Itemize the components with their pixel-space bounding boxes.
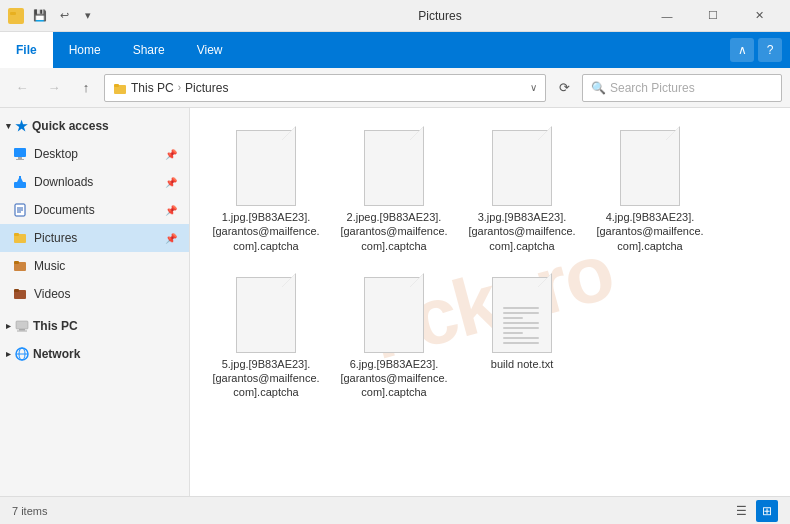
this-pc-icon <box>15 319 29 333</box>
sidebar-item-pictures-label: Pictures <box>34 231 77 245</box>
svg-rect-15 <box>14 233 19 236</box>
list-item[interactable]: 6.jpg.[9B83AE23].[garantos@mailfence.com… <box>334 267 454 406</box>
sidebar-item-videos[interactable]: Videos <box>0 280 189 308</box>
chevron-right-icon-2: ▸ <box>6 349 11 359</box>
address-dropdown-button[interactable]: ∨ <box>530 82 537 93</box>
pin-icon-pics: 📌 <box>165 233 177 244</box>
file-name: 1.jpg.[9B83AE23].[garantos@mailfence.com… <box>211 210 321 253</box>
svg-rect-21 <box>19 329 25 331</box>
list-item[interactable]: 1.jpg.[9B83AE23].[garantos@mailfence.com… <box>206 120 326 259</box>
status-item-count: 7 items <box>12 505 47 517</box>
sidebar-quickaccess-label: Quick access <box>32 119 109 133</box>
sidebar-thispc-header[interactable]: ▸ This PC <box>0 312 189 340</box>
desktop-icon <box>12 146 28 162</box>
file-area: fickcro 1.jpg.[9B83AE23].[garantos@mailf… <box>190 108 790 496</box>
list-item[interactable]: 3.jpg.[9B83AE23].[garantos@mailfence.com… <box>462 120 582 259</box>
list-item[interactable]: 2.jpeg.[9B83AE23].[garantos@mailfence.co… <box>334 120 454 259</box>
sidebar-item-desktop[interactable]: Desktop 📌 <box>0 140 189 168</box>
file-name: 3.jpg.[9B83AE23].[garantos@mailfence.com… <box>467 210 577 253</box>
maximize-button[interactable]: ☐ <box>690 0 736 32</box>
star-icon: ★ <box>15 118 28 134</box>
sidebar-item-videos-label: Videos <box>34 287 70 301</box>
file-name: 6.jpg.[9B83AE23].[garantos@mailfence.com… <box>339 357 449 400</box>
pin-icon-docs: 📌 <box>165 205 177 216</box>
file-icon <box>616 126 684 206</box>
main-area: ▾ ★ Quick access Desktop 📌 Downloads 📌 D… <box>0 108 790 496</box>
svg-rect-5 <box>18 157 22 159</box>
list-item[interactable]: build note.txt <box>462 267 582 406</box>
ribbon-collapse-button[interactable]: ∧ <box>730 38 754 62</box>
downloads-icon <box>12 174 28 190</box>
nav-up-button[interactable]: ↑ <box>72 74 100 102</box>
network-icon <box>15 347 29 361</box>
svg-rect-22 <box>17 331 27 332</box>
ribbon-help-button[interactable]: ? <box>758 38 782 62</box>
status-bar: 7 items ☰ ⊞ <box>0 496 790 524</box>
window-controls: — ☐ ✕ <box>644 0 782 32</box>
list-item[interactable]: 4.jpg.[9B83AE23].[garantos@mailfence.com… <box>590 120 710 259</box>
address-bar-row: ← → ↑ This PC › Pictures ∨ ⟳ 🔍 Search Pi… <box>0 68 790 108</box>
music-icon <box>12 258 28 274</box>
file-name: 4.jpg.[9B83AE23].[garantos@mailfence.com… <box>595 210 705 253</box>
search-placeholder: Search Pictures <box>610 81 695 95</box>
pin-icon-dl: 📌 <box>165 177 177 188</box>
undo-qat-button[interactable]: ↩ <box>54 6 74 26</box>
svg-rect-17 <box>14 261 19 264</box>
svg-rect-7 <box>14 182 26 188</box>
file-icon <box>232 126 300 206</box>
status-view-controls: ☰ ⊞ <box>730 500 778 522</box>
sidebar-network-label: Network <box>33 347 80 361</box>
tab-home[interactable]: Home <box>53 32 117 68</box>
svg-rect-1 <box>10 12 16 15</box>
svg-rect-6 <box>16 159 24 160</box>
nav-forward-button[interactable]: → <box>40 74 68 102</box>
breadcrumb-this-pc[interactable]: This PC <box>131 81 174 95</box>
file-name: 2.jpeg.[9B83AE23].[garantos@mailfence.co… <box>339 210 449 253</box>
address-bar[interactable]: This PC › Pictures ∨ <box>104 74 546 102</box>
svg-rect-4 <box>14 148 26 157</box>
nav-back-button[interactable]: ← <box>8 74 36 102</box>
minimize-button[interactable]: — <box>644 0 690 32</box>
sidebar-item-downloads-label: Downloads <box>34 175 93 189</box>
ribbon: File Home Share View ∧ ? <box>0 32 790 68</box>
save-qat-button[interactable]: 💾 <box>30 6 50 26</box>
sidebar-item-music-label: Music <box>34 259 65 273</box>
tab-file[interactable]: File <box>0 32 53 68</box>
svg-rect-20 <box>16 321 28 329</box>
sidebar: ▾ ★ Quick access Desktop 📌 Downloads 📌 D… <box>0 108 190 496</box>
svg-rect-0 <box>10 14 22 22</box>
file-name: build note.txt <box>491 357 553 371</box>
file-icon <box>360 273 428 353</box>
window-icon <box>8 8 24 24</box>
breadcrumb-arrow: › <box>178 82 181 93</box>
sidebar-quickaccess-header[interactable]: ▾ ★ Quick access <box>0 112 189 140</box>
search-box[interactable]: 🔍 Search Pictures <box>582 74 782 102</box>
tab-view[interactable]: View <box>181 32 239 68</box>
sidebar-item-pictures[interactable]: Pictures 📌 <box>0 224 189 252</box>
pin-icon: 📌 <box>165 149 177 160</box>
videos-icon <box>12 286 28 302</box>
tab-share[interactable]: Share <box>117 32 181 68</box>
sidebar-item-desktop-label: Desktop <box>34 147 78 161</box>
list-view-button[interactable]: ☰ <box>730 500 752 522</box>
file-icon <box>232 273 300 353</box>
title-bar: 💾 ↩ ▾ Pictures — ☐ ✕ <box>0 0 790 32</box>
chevron-right-icon: ▸ <box>6 321 11 331</box>
sidebar-item-music[interactable]: Music <box>0 252 189 280</box>
sidebar-item-documents-label: Documents <box>34 203 95 217</box>
folder-icon <box>113 81 127 95</box>
sidebar-item-downloads[interactable]: Downloads 📌 <box>0 168 189 196</box>
pictures-icon <box>12 230 28 246</box>
title-bar-left: 💾 ↩ ▾ <box>8 6 296 26</box>
breadcrumb-pictures[interactable]: Pictures <box>185 81 228 95</box>
qat-dropdown-button[interactable]: ▾ <box>78 6 98 26</box>
chevron-down-icon: ▾ <box>6 121 11 131</box>
list-item[interactable]: 5.jpg.[9B83AE23].[garantos@mailfence.com… <box>206 267 326 406</box>
svg-rect-19 <box>14 289 19 292</box>
sidebar-network-header[interactable]: ▸ Network <box>0 340 189 368</box>
refresh-button[interactable]: ⟳ <box>550 74 578 102</box>
file-name: 5.jpg.[9B83AE23].[garantos@mailfence.com… <box>211 357 321 400</box>
sidebar-item-documents[interactable]: Documents 📌 <box>0 196 189 224</box>
close-button[interactable]: ✕ <box>736 0 782 32</box>
icon-view-button[interactable]: ⊞ <box>756 500 778 522</box>
